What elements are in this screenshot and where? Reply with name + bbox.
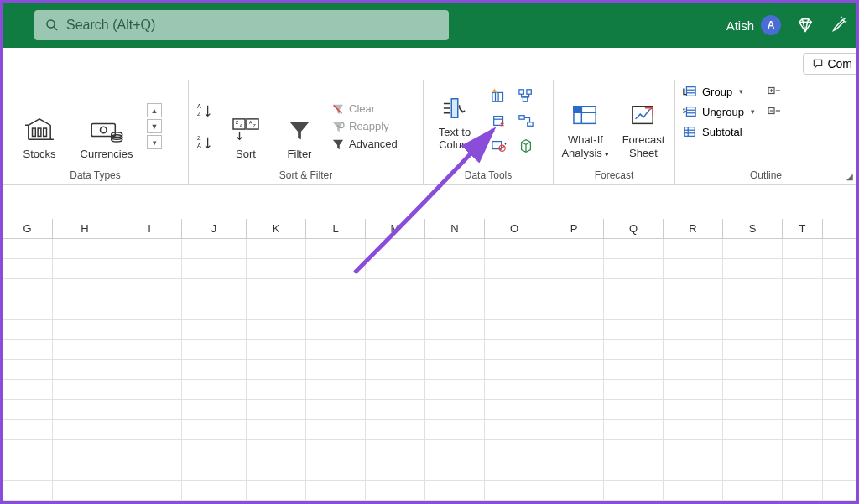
- cell[interactable]: [366, 239, 425, 258]
- cell[interactable]: [604, 440, 664, 460]
- cell[interactable]: [306, 360, 366, 379]
- cell[interactable]: [425, 360, 485, 379]
- cell[interactable]: [783, 279, 823, 299]
- cell[interactable]: [182, 279, 247, 299]
- cell[interactable]: [783, 440, 823, 460]
- gallery-more[interactable]: ▾: [147, 135, 162, 149]
- col-header-O[interactable]: O: [485, 219, 544, 238]
- cell[interactable]: [247, 279, 306, 299]
- ungroup-rows-button[interactable]: Ungroup▾: [682, 105, 755, 118]
- cell[interactable]: [544, 400, 604, 419]
- cell[interactable]: [182, 299, 247, 319]
- cell[interactable]: [53, 420, 117, 439]
- cell[interactable]: [664, 400, 723, 419]
- cell[interactable]: [604, 279, 664, 299]
- cell[interactable]: [604, 460, 664, 480]
- cell[interactable]: [425, 440, 485, 460]
- cell[interactable]: [485, 400, 544, 419]
- cell[interactable]: [3, 440, 53, 460]
- cell[interactable]: [117, 460, 182, 480]
- cell[interactable]: [425, 400, 485, 419]
- cell[interactable]: [485, 340, 544, 359]
- cell[interactable]: [3, 420, 53, 439]
- cell[interactable]: [247, 380, 306, 399]
- cell[interactable]: [604, 340, 664, 359]
- cell[interactable]: [485, 481, 544, 500]
- cell[interactable]: [485, 420, 544, 439]
- cell[interactable]: [182, 400, 247, 419]
- cell[interactable]: [485, 440, 544, 460]
- consolidate-button[interactable]: [514, 85, 538, 107]
- cell[interactable]: [723, 440, 783, 460]
- cell[interactable]: [723, 239, 783, 258]
- cell[interactable]: [425, 259, 485, 278]
- cell[interactable]: [664, 299, 723, 319]
- cell[interactable]: [425, 239, 485, 258]
- sort-asc-button[interactable]: AZ: [195, 102, 214, 119]
- cell[interactable]: [53, 259, 117, 278]
- cell[interactable]: [783, 481, 823, 500]
- cell[interactable]: [783, 380, 823, 399]
- cell[interactable]: [723, 380, 783, 399]
- cell[interactable]: [425, 481, 485, 500]
- cell[interactable]: [117, 440, 182, 460]
- cell[interactable]: [117, 340, 182, 359]
- cell[interactable]: [247, 481, 306, 500]
- cell[interactable]: [544, 320, 604, 339]
- flash-fill-button[interactable]: [487, 85, 511, 107]
- cell[interactable]: [53, 320, 117, 339]
- cell[interactable]: [783, 259, 823, 278]
- cell[interactable]: [366, 380, 425, 399]
- cell[interactable]: [544, 360, 604, 379]
- show-detail-button[interactable]: [767, 85, 782, 96]
- cell[interactable]: [783, 460, 823, 480]
- cell[interactable]: [366, 279, 425, 299]
- cell[interactable]: [544, 279, 604, 299]
- cell[interactable]: [604, 380, 664, 399]
- hide-detail-button[interactable]: [767, 105, 782, 117]
- cell[interactable]: [247, 360, 306, 379]
- sheet-rows[interactable]: [3, 239, 856, 501]
- cell[interactable]: [366, 460, 425, 480]
- group-rows-button[interactable]: Group▾: [682, 85, 755, 98]
- cell[interactable]: [544, 460, 604, 480]
- cell[interactable]: [53, 279, 117, 299]
- cell[interactable]: [53, 460, 117, 480]
- cell[interactable]: [425, 279, 485, 299]
- cell[interactable]: [366, 360, 425, 379]
- cell[interactable]: [117, 420, 182, 439]
- cell[interactable]: [306, 460, 366, 480]
- cell[interactable]: [53, 440, 117, 460]
- col-header-K[interactable]: K: [247, 219, 306, 238]
- cell[interactable]: [485, 460, 544, 480]
- cell[interactable]: [53, 299, 117, 319]
- forecast-sheet-button[interactable]: Forecast Sheet: [619, 93, 668, 160]
- col-header-M[interactable]: M: [366, 219, 425, 238]
- cell[interactable]: [723, 400, 783, 419]
- cell[interactable]: [425, 320, 485, 339]
- cell[interactable]: [604, 259, 664, 278]
- cell[interactable]: [117, 279, 182, 299]
- cell[interactable]: [182, 440, 247, 460]
- cell[interactable]: [182, 239, 247, 258]
- cell[interactable]: [783, 340, 823, 359]
- cell[interactable]: [604, 239, 664, 258]
- col-header-G[interactable]: G: [3, 219, 53, 238]
- cell[interactable]: [247, 320, 306, 339]
- cell[interactable]: [182, 360, 247, 379]
- outline-dialog-launcher[interactable]: ◢: [846, 172, 853, 181]
- cell[interactable]: [485, 279, 544, 299]
- cell[interactable]: [117, 400, 182, 419]
- data-validation-button[interactable]: ▾: [487, 135, 511, 157]
- remove-duplicates-button[interactable]: [487, 110, 511, 132]
- col-header-I[interactable]: I: [117, 219, 182, 238]
- cell[interactable]: [3, 320, 53, 339]
- cell[interactable]: [306, 320, 366, 339]
- gallery-up[interactable]: ▲: [147, 103, 162, 117]
- col-header-H[interactable]: H: [53, 219, 117, 238]
- cell[interactable]: [117, 320, 182, 339]
- cell[interactable]: [544, 239, 604, 258]
- cell[interactable]: [117, 299, 182, 319]
- cell[interactable]: [664, 320, 723, 339]
- cell[interactable]: [247, 239, 306, 258]
